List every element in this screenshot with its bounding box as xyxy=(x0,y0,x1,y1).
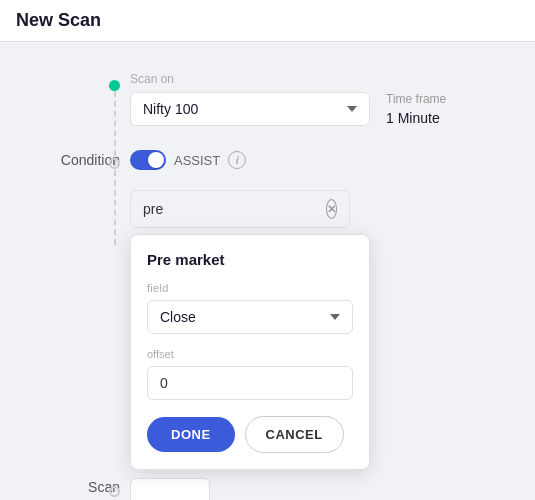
main-content: Scan on Nifty 100 Time frame 1 Minute Co… xyxy=(0,42,535,500)
scan-on-dropdown[interactable]: Nifty 100 xyxy=(130,92,370,126)
field-dropdown[interactable]: Close xyxy=(147,300,353,334)
timeframe-label: Time frame xyxy=(386,92,446,106)
scan-on-row: Nifty 100 Time frame 1 Minute xyxy=(130,92,515,126)
timeframe-section: Time frame 1 Minute xyxy=(386,92,446,126)
scan-on-label: Scan on xyxy=(130,72,515,86)
info-icon[interactable]: i xyxy=(228,151,246,169)
done-button[interactable]: DONE xyxy=(147,417,235,452)
page-container: New Scan Scan on Nifty 100 Time frame xyxy=(0,0,535,500)
assist-toggle[interactable] xyxy=(130,150,166,170)
scan-name-input[interactable] xyxy=(130,478,210,500)
cancel-button[interactable]: CANCEL xyxy=(245,416,344,453)
assist-label: ASSIST xyxy=(174,153,220,168)
search-input[interactable] xyxy=(143,201,318,217)
header: New Scan xyxy=(0,0,535,42)
popup-title: Pre market xyxy=(147,251,353,268)
field-label: field xyxy=(147,282,353,294)
search-popup-area: ✕ Pre market field Close offset DONE CAN… xyxy=(0,190,535,228)
popup-actions: DONE CANCEL xyxy=(147,416,353,453)
condition-section: Condition ASSIST i xyxy=(0,140,535,180)
toggle-knob xyxy=(148,152,164,168)
search-wrapper: ✕ xyxy=(130,190,350,228)
toggle-container: ASSIST i xyxy=(130,150,246,170)
offset-input[interactable] xyxy=(147,366,353,400)
scan-on-section: Scan on Nifty 100 Time frame 1 Minute xyxy=(0,62,535,136)
chevron-down-icon xyxy=(347,106,357,112)
offset-label: offset xyxy=(147,348,353,360)
page-title: New Scan xyxy=(16,10,101,31)
step2-dot xyxy=(109,158,120,169)
step1-dot xyxy=(109,80,120,91)
field-value: Close xyxy=(160,309,196,325)
scan-on-value: Nifty 100 xyxy=(143,101,198,117)
field-chevron-icon xyxy=(330,314,340,320)
scan-name-section: Scan name xyxy=(0,468,535,500)
step3-dot xyxy=(109,486,120,497)
pre-market-popup: Pre market field Close offset DONE CANCE… xyxy=(130,234,370,470)
clear-button[interactable]: ✕ xyxy=(326,199,337,219)
timeframe-value: 1 Minute xyxy=(386,110,446,126)
info-symbol: i xyxy=(236,154,239,166)
